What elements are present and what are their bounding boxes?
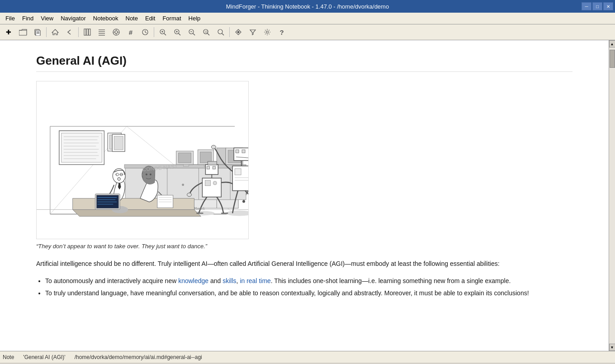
svg-rect-2 xyxy=(36,30,40,36)
svg-line-37 xyxy=(222,33,224,35)
navigator-button[interactable] xyxy=(232,26,245,38)
bullet-list: To autonomously and interactively acquir… xyxy=(45,276,572,298)
svg-rect-8 xyxy=(89,29,90,35)
toolbar: ✚ # ⊡ ? xyxy=(0,24,615,40)
svg-rect-100 xyxy=(184,165,189,166)
svg-rect-104 xyxy=(217,148,226,165)
scrollbar[interactable]: ▲ ▼ xyxy=(609,40,615,351)
svg-point-140 xyxy=(146,174,147,175)
svg-rect-145 xyxy=(208,161,217,165)
svg-marker-39 xyxy=(237,31,240,33)
link-skills[interactable]: skills xyxy=(222,277,236,284)
filter-button[interactable] xyxy=(246,26,260,38)
svg-point-149 xyxy=(213,181,217,185)
svg-point-160 xyxy=(211,145,216,149)
config-button[interactable] xyxy=(260,26,274,38)
menu-help[interactable]: Help xyxy=(185,14,204,23)
title-text: MindForger - Thinking Notebook - 1.47.0 … xyxy=(226,3,389,10)
status-note-name: 'General AI (AGI)' xyxy=(23,354,65,360)
zoom-in2-button[interactable] xyxy=(170,26,184,38)
svg-line-31 xyxy=(193,33,195,35)
svg-rect-0 xyxy=(19,30,27,35)
zoom-fit-button[interactable]: ⊡ xyxy=(199,26,213,38)
mind-button[interactable] xyxy=(109,26,123,38)
list-item-1: To autonomously and interactively acquir… xyxy=(45,276,572,286)
link-real-time[interactable]: in real time xyxy=(240,277,270,284)
maximize-button[interactable]: □ xyxy=(592,2,602,10)
svg-rect-143 xyxy=(207,166,209,169)
new-button[interactable]: ✚ xyxy=(2,26,15,38)
svg-point-76 xyxy=(242,200,245,203)
content-area[interactable]: General AI (AGI) xyxy=(0,40,609,351)
main-area: General AI (AGI) xyxy=(0,40,615,351)
menu-find[interactable]: Find xyxy=(19,14,37,23)
svg-rect-6 xyxy=(84,29,86,35)
svg-rect-135 xyxy=(157,195,173,208)
toolbar-separator-4 xyxy=(229,27,230,37)
svg-point-36 xyxy=(218,29,222,34)
home-button[interactable] xyxy=(48,26,62,38)
zoom-reset-button[interactable] xyxy=(214,26,227,38)
title-bar-controls: ─ □ ✕ xyxy=(582,2,613,10)
svg-line-34 xyxy=(208,33,209,35)
list-item-2: To truly understand language, have meani… xyxy=(45,288,572,298)
scroll-up-arrow[interactable]: ▲ xyxy=(609,40,615,47)
scroll-down-arrow[interactable]: ▼ xyxy=(609,344,615,351)
svg-rect-108 xyxy=(62,133,102,162)
menu-navigator[interactable]: Navigator xyxy=(57,14,90,23)
svg-rect-152 xyxy=(236,150,239,153)
svg-text:⊡: ⊡ xyxy=(205,30,208,33)
svg-rect-102 xyxy=(200,152,211,163)
help-button[interactable]: ? xyxy=(275,26,289,38)
menu-format[interactable]: Format xyxy=(159,14,184,23)
kanban-button[interactable] xyxy=(80,26,94,38)
scroll-thumb[interactable] xyxy=(610,50,615,68)
svg-point-141 xyxy=(150,174,151,175)
svg-rect-157 xyxy=(235,169,241,175)
svg-text:Haefeli: Haefeli xyxy=(194,207,205,211)
svg-rect-144 xyxy=(213,166,215,169)
hashtag-button[interactable]: # xyxy=(124,26,137,38)
close-button[interactable]: ✕ xyxy=(603,2,613,10)
menu-file[interactable]: File xyxy=(2,14,19,23)
menu-bar: File Find View Navigator Notebook Note E… xyxy=(0,13,615,24)
toolbar-separator-2 xyxy=(78,27,79,37)
menu-view[interactable]: View xyxy=(37,14,57,23)
minimize-button[interactable]: ─ xyxy=(582,2,591,10)
svg-marker-120 xyxy=(73,210,201,217)
svg-point-150 xyxy=(187,193,192,197)
scroll-track[interactable] xyxy=(609,47,615,344)
menu-edit[interactable]: Edit xyxy=(142,14,159,23)
menu-note[interactable]: Note xyxy=(122,14,142,23)
open-folder-button[interactable] xyxy=(16,26,30,38)
zoom-in-button[interactable] xyxy=(156,26,170,38)
svg-point-40 xyxy=(266,31,269,33)
svg-rect-153 xyxy=(242,150,245,153)
title-bar: MindForger - Thinking Notebook - 1.47.0 … xyxy=(0,0,615,13)
zoom-out-button[interactable] xyxy=(185,26,199,38)
link-knowledge[interactable]: knowledge xyxy=(178,277,208,284)
svg-line-27 xyxy=(179,33,180,35)
copy-note-button[interactable] xyxy=(31,26,44,38)
document-title: General AI (AGI) xyxy=(36,54,572,72)
cartoon-image: CONDE NAST Haefeli xyxy=(36,81,249,239)
menu-notebook[interactable]: Notebook xyxy=(90,14,122,23)
image-container: CONDE NAST Haefeli “They don’t appear to… xyxy=(36,81,572,250)
svg-rect-148 xyxy=(205,180,210,186)
svg-point-13 xyxy=(115,31,118,33)
status-file-path: /home/dvorka/demo/memory/ai/ai.md#genera… xyxy=(75,354,202,360)
toolbar-separator-3 xyxy=(154,27,154,37)
svg-rect-129 xyxy=(96,195,118,208)
recent-button[interactable] xyxy=(138,26,152,38)
back-button[interactable] xyxy=(63,26,76,38)
svg-marker-119 xyxy=(73,199,194,210)
svg-rect-7 xyxy=(86,29,88,35)
image-caption: “They don’t appear to want to take over.… xyxy=(36,243,572,250)
svg-rect-99 xyxy=(179,153,191,163)
paragraph-intro: Artificial intelligence should be no dif… xyxy=(36,259,572,269)
svg-line-23 xyxy=(164,33,166,35)
svg-rect-142 xyxy=(205,165,218,175)
status-bar: Note 'General AI (AGI)' /home/dvorka/dem… xyxy=(0,351,615,363)
list-button[interactable] xyxy=(95,26,109,38)
svg-point-95 xyxy=(182,184,184,186)
